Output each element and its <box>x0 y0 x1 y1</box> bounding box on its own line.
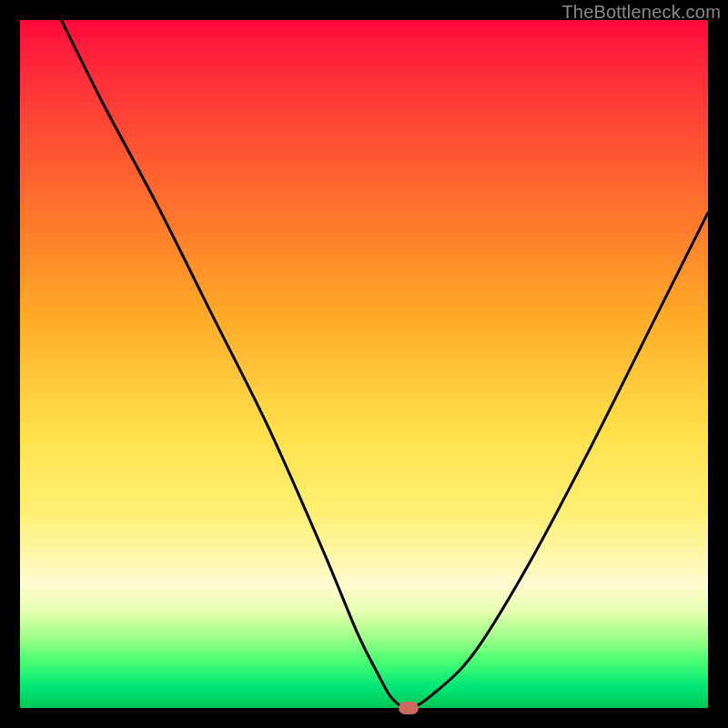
bottleneck-curve <box>20 20 708 708</box>
chart-frame: TheBottleneck.com <box>0 0 728 728</box>
optimal-point-marker <box>399 702 419 714</box>
chart-plot-area <box>20 20 708 708</box>
watermark-label: TheBottleneck.com <box>561 2 721 23</box>
